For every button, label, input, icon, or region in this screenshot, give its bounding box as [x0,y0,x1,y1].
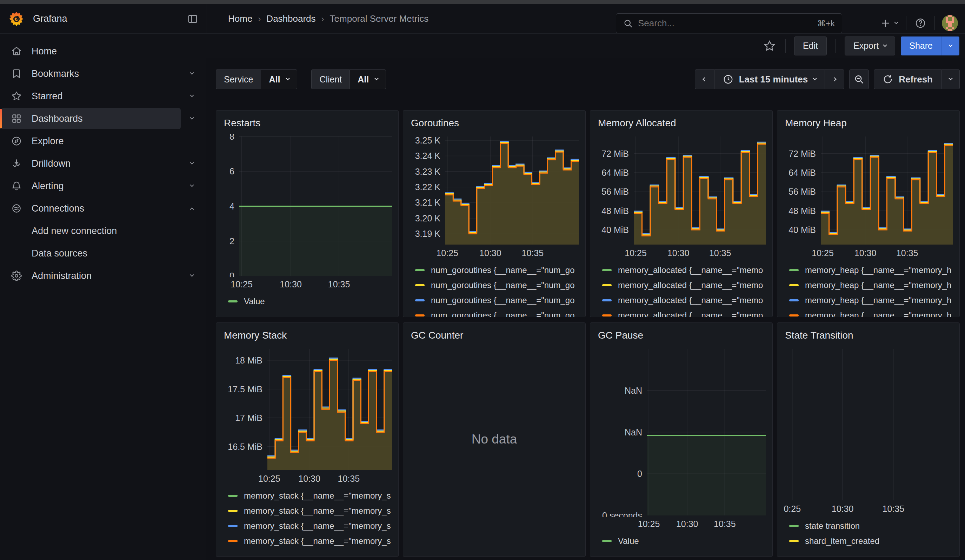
chevron-down-icon[interactable] [190,93,194,97]
chart-plot-area[interactable] [779,346,956,502]
svg-text:3.24 K: 3.24 K [415,151,441,161]
refresh-interval-button[interactable] [942,70,960,89]
svg-text:NaN: NaN [625,385,642,395]
share-button[interactable]: Share [901,36,941,56]
svg-text:0: 0 [637,469,642,478]
svg-text:17.5 MiB: 17.5 MiB [228,384,262,394]
sidebar-item-starred[interactable]: Starred [0,85,206,107]
zoom-out-button[interactable] [849,70,869,89]
export-button[interactable]: Export [845,36,895,56]
panel-memory-heap[interactable]: Memory Heap72 MiB64 MiB56 MiB48 MiB40 Mi… [777,110,960,317]
clock-icon [723,74,733,85]
legend-item[interactable]: memory_allocated {__name__="memo [602,281,772,290]
panel-memory-allocated[interactable]: Memory Allocated72 MiB64 MiB56 MiB48 MiB… [590,110,773,317]
chevron-down-icon [883,43,887,47]
legend-item[interactable]: Value [228,297,398,306]
legend-item[interactable]: memory_stack {__name__="memory_s [228,491,398,500]
avatar[interactable] [942,15,958,31]
panel-gc-pause[interactable]: GC PauseNaNNaN00 seconds10:2510:3010:35V… [590,322,773,557]
legend-item[interactable]: memory_heap {__name__="memory_h [789,296,959,305]
sidebar-item-explore[interactable]: Explore [0,130,206,152]
panel-memory-stack[interactable]: Memory Stack18 MiB17.5 MiB17 MiB16.5 MiB… [216,322,399,557]
legend-item[interactable]: num_goroutines {__name__="num_go [415,266,585,275]
chevron-down-icon[interactable] [190,71,194,75]
chart-plot-area[interactable]: 18 MiB17.5 MiB17 MiB16.5 MiB [218,346,395,472]
time-forward-button[interactable] [824,70,844,89]
legend-item[interactable]: memory_stack {__name__="memory_s [228,521,398,531]
chevron-down-icon[interactable] [190,116,194,120]
chart-plot-area[interactable]: 72 MiB64 MiB56 MiB48 MiB40 MiB [592,134,769,246]
legend-item[interactable]: state transition [789,521,959,531]
sidebar-item-home[interactable]: Home [0,40,206,62]
sidebar-subitem-data-sources[interactable]: Data sources [0,242,206,264]
time-range-picker[interactable]: Last 15 minutes [715,70,825,89]
legend-color-dash [228,300,237,302]
x-axis-labels: 10:2510:3010:35 [777,246,959,260]
export-label: Export [854,41,879,51]
sidebar-toggle-icon[interactable] [187,13,198,24]
x-axis-tick: 0:25 [783,504,801,514]
legend-label: shard_item_created [805,536,879,546]
legend-item[interactable]: num_goroutines {__name__="num_go [415,281,585,290]
chart-plot-area[interactable]: 72 MiB64 MiB56 MiB48 MiB40 MiB [779,134,956,246]
sidebar-item-administration[interactable]: Administration [0,264,206,287]
legend-color-dash [415,269,425,271]
add-button[interactable] [880,18,898,28]
client-filter-selected: All [358,74,369,85]
client-filter-value[interactable]: All [350,70,386,89]
sidebar-item-dashboards[interactable]: Dashboards [0,107,206,130]
panel-title: GC Pause [590,323,772,343]
x-axis-tick: 10:30 [832,504,854,514]
star-dashboard-button[interactable] [764,40,775,52]
panel-title: Goroutines [403,111,585,131]
chevron-down-icon[interactable] [190,183,194,187]
gear-icon [11,271,22,281]
panel-gc-counter[interactable]: GC CounterNo data [403,322,586,557]
sidebar-item-connections[interactable]: Connections [0,197,206,220]
chart-plot-area[interactable]: 86420 [218,134,395,277]
refresh-button[interactable]: Refresh [874,70,942,89]
chart-plot-area[interactable]: 3.25 K3.24 K3.23 K3.22 K3.21 K3.20 K3.19… [405,134,582,246]
help-icon[interactable] [915,18,926,29]
legend-item[interactable]: memory_stack {__name__="memory_s [228,506,398,516]
breadcrumb-home[interactable]: Home [228,13,252,24]
legend-item[interactable]: memory_heap {__name__="memory_h [789,266,959,275]
legend-item[interactable]: num_goroutines {__name__="num_go [415,296,585,305]
panel-goroutines[interactable]: Goroutines3.25 K3.24 K3.23 K3.22 K3.21 K… [403,110,586,317]
panel-state-transition[interactable]: State Transition0:2510:3010:35state tran… [777,322,960,557]
sidebar-item-drilldown[interactable]: Drilldown [0,152,206,175]
time-back-button[interactable] [695,70,715,89]
breadcrumb-dashboards[interactable]: Dashboards [267,13,316,24]
divider [835,39,836,53]
svg-text:3.25 K: 3.25 K [415,136,441,145]
chart-plot-area[interactable]: NaNNaN00 seconds [592,346,769,517]
legend-item[interactable]: memory_allocated {__name__="memo [602,296,772,305]
legend-item[interactable]: memory_heap {__name__="memory_h [789,311,959,317]
legend-label: num_goroutines {__name__="num_go [431,280,575,290]
search-input[interactable] [638,18,817,29]
legend-item[interactable]: memory_heap {__name__="memory_h [789,281,959,290]
svg-text:NaN: NaN [625,427,642,437]
sidebar-subitem-add-new-connection[interactable]: Add new connection [0,220,206,242]
sidebar-item-alerting[interactable]: Alerting [0,175,206,197]
chevron-down-icon[interactable] [190,273,194,277]
legend-color-dash [789,540,799,542]
svg-text:6: 6 [229,166,234,176]
search-box[interactable]: ⌘+k [616,13,842,33]
sidebar-item-bookmarks[interactable]: Bookmarks [0,62,206,85]
legend-item[interactable]: shard_item_created [789,537,959,545]
legend-color-dash [789,314,799,317]
legend-label: memory_stack {__name__="memory_s [244,536,391,546]
legend-item[interactable]: memory_allocated {__name__="memo [602,266,772,275]
legend-item[interactable]: Value [602,537,772,545]
chevron-down-icon[interactable] [190,161,194,165]
svg-text:72 MiB: 72 MiB [788,149,816,158]
legend-item[interactable]: memory_allocated {__name__="memo [602,311,772,317]
share-menu-button[interactable] [941,36,959,56]
chevron-up-icon[interactable] [190,207,194,211]
panel-restarts[interactable]: Restarts8642010:2510:3010:35Value [216,110,399,317]
edit-button[interactable]: Edit [794,36,827,56]
service-filter-value[interactable]: All [261,70,297,89]
legend-item[interactable]: num_goroutines {__name__="num_go [415,311,585,317]
legend-item[interactable]: memory_stack {__name__="memory_s [228,537,398,545]
